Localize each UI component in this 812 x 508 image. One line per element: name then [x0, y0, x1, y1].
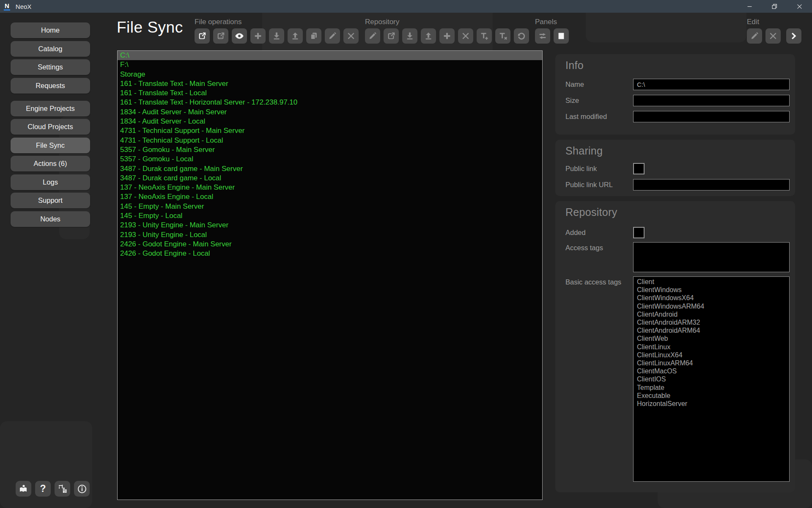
basic-access-tag[interactable]: ClientLinuxARM64	[637, 359, 786, 367]
toolbar-button-plus[interactable]	[439, 28, 455, 44]
file-list[interactable]: C:\F:\Storage161 - Translate Text - Main…	[117, 50, 543, 500]
app-logo-letter: N	[5, 2, 9, 9]
minimize-button[interactable]	[737, 0, 762, 13]
file-list-item[interactable]: 1834 - Audit Server - Main Server	[118, 108, 542, 117]
chevron-right-icon	[789, 31, 798, 41]
toolbar-button-open-external[interactable]	[195, 28, 210, 44]
sidebar-item-nodes[interactable]: Nodes	[11, 211, 90, 227]
toolbar-button-swap[interactable]	[535, 28, 550, 44]
toolbar-button-undo[interactable]	[514, 28, 529, 44]
toolbar-button-open-external-alt[interactable]	[213, 28, 228, 44]
file-list-item[interactable]: 4731 - Technical Support - Main Server	[118, 126, 542, 135]
sidebar-item-label: Home	[41, 26, 60, 34]
sidebar-item-engine-projects[interactable]: Engine Projects	[11, 101, 90, 116]
file-list-item[interactable]: 2426 - Godot Engine - Local	[118, 249, 542, 258]
minimize-icon	[746, 3, 753, 10]
file-list-item[interactable]: 161 - Translate Text - Main Server	[118, 79, 542, 88]
basic-access-tag[interactable]: ClientWeb	[637, 334, 786, 342]
toolbar-button-upload[interactable]	[288, 28, 303, 44]
toolbar-button-download[interactable]	[402, 28, 417, 44]
basic-access-tag[interactable]: ClientWindows	[637, 286, 786, 294]
basic-access-tag[interactable]: Client	[637, 278, 786, 286]
help-button[interactable]: ?	[35, 481, 51, 497]
file-list-item[interactable]: 1834 - Audit Server - Local	[118, 117, 542, 126]
file-list-item[interactable]: 137 - NeoAxis Engine - Main Server	[118, 183, 542, 192]
repository-panel: Repository Added Access tags Basic acces…	[555, 201, 795, 492]
basic-access-tag[interactable]: ClientAndroid	[637, 310, 786, 318]
basic-access-tag[interactable]: Executable	[637, 392, 786, 400]
toolbar-button-tag-remove[interactable]	[495, 28, 510, 44]
about-button[interactable]	[74, 481, 90, 497]
sidebar-item-support[interactable]: Support	[11, 193, 90, 208]
sidebar-item-settings[interactable]: Settings	[11, 59, 90, 75]
sidebar-item-catalog[interactable]: Catalog	[11, 41, 90, 57]
toolbar-button-tag-add[interactable]	[477, 28, 492, 44]
toolbar-button-copy[interactable]	[306, 28, 321, 44]
file-list-item[interactable]: 3487 - Durak card game - Local	[118, 174, 542, 183]
basic-access-tags-list[interactable]: ClientClientWindowsClientWindowsX64Clien…	[633, 276, 790, 482]
file-list-item[interactable]: 5357 - Gomoku - Main Server	[118, 145, 542, 155]
sidebar-item-label: Support	[38, 196, 63, 204]
file-list-item[interactable]: 137 - NeoAxis Engine - Local	[118, 192, 542, 202]
plus-icon	[442, 31, 452, 41]
pencil-icon	[368, 31, 377, 41]
restore-button[interactable]	[762, 0, 787, 13]
file-list-item[interactable]: 145 - Empty - Main Server	[118, 202, 542, 211]
file-list-item[interactable]: 2193 - Unity Engine - Main Server	[118, 221, 542, 230]
toolbar-button-eye[interactable]	[232, 28, 247, 44]
file-list-item[interactable]: 161 - Translate Text - Horizontal Server…	[118, 98, 542, 107]
toolbar-button-pencil[interactable]	[365, 28, 380, 44]
basic-access-tag[interactable]: ClientIOS	[637, 375, 786, 383]
file-list-item[interactable]: 4731 - Technical Support - Local	[118, 136, 542, 145]
file-list-item[interactable]: 5357 - Gomoku - Local	[118, 155, 542, 164]
access-tags-input[interactable]	[633, 242, 790, 272]
basic-access-tag[interactable]: ClientLinuxX64	[637, 351, 786, 359]
basic-access-tag[interactable]: ClientWindowsARM64	[637, 302, 786, 310]
basic-access-tag[interactable]: ClientWindowsX64	[637, 294, 786, 302]
toolbar-button-open-external[interactable]	[384, 28, 399, 44]
sidebar-item-actions-6[interactable]: Actions (6)	[11, 156, 90, 171]
sidebar-item-home[interactable]: Home	[11, 22, 90, 38]
toolbar-button-square-filled[interactable]	[554, 28, 569, 44]
basic-access-tag[interactable]: HorizontalServer	[637, 400, 786, 408]
basic-access-tag[interactable]: ClientAndroidARM32	[637, 318, 786, 326]
name-input[interactable]	[633, 79, 790, 90]
public-link-url-input[interactable]	[633, 179, 790, 190]
last-modified-input[interactable]	[633, 111, 790, 122]
basic-access-tag[interactable]: ClientAndroidARM64	[637, 326, 786, 334]
toolbar-button-cross[interactable]	[458, 28, 473, 44]
close-button[interactable]	[787, 0, 812, 13]
toolbar-button-cross[interactable]	[343, 28, 359, 44]
basic-access-tag[interactable]: ClientLinux	[637, 343, 786, 351]
file-list-item[interactable]: 2193 - Unity Engine - Local	[118, 230, 542, 240]
toolbar-button-pencil[interactable]	[325, 28, 340, 44]
construction-button[interactable]	[55, 481, 70, 497]
sidebar-item-logs[interactable]: Logs	[11, 174, 90, 190]
file-list-item[interactable]: F:\	[118, 60, 542, 69]
toolbar-button-plus[interactable]	[250, 28, 266, 44]
size-input[interactable]	[633, 95, 790, 106]
basic-access-tag[interactable]: ClientMacOS	[637, 367, 786, 375]
sidebar-item-file-sync[interactable]: File Sync	[11, 138, 90, 153]
file-list-item[interactable]: 3487 - Durak card game - Main Server	[118, 164, 542, 174]
file-list-item[interactable]: 161 - Translate Text - Local	[118, 88, 542, 98]
upload-icon	[291, 31, 300, 41]
basic-access-tag[interactable]: Template	[637, 384, 786, 392]
toolbar-button-upload[interactable]	[421, 28, 436, 44]
documentation-button[interactable]	[16, 481, 31, 497]
file-list-item[interactable]: Storage	[118, 70, 542, 79]
added-checkbox[interactable]	[633, 227, 645, 238]
file-list-item[interactable]: C:\	[118, 51, 542, 60]
pencil-icon	[750, 31, 759, 41]
toolbar-button-download[interactable]	[269, 28, 284, 44]
toolbar-button-cross[interactable]	[765, 28, 781, 44]
app-logo: N	[4, 2, 10, 11]
toolbar-button-pencil[interactable]	[747, 28, 762, 44]
file-list-item[interactable]: 145 - Empty - Local	[118, 211, 542, 221]
sidebar-item-cloud-projects[interactable]: Cloud Projects	[11, 119, 90, 135]
public-link-checkbox[interactable]	[633, 163, 645, 174]
sidebar-item-requests[interactable]: Requests	[11, 78, 90, 94]
sidebar-item-label: Nodes	[40, 215, 60, 223]
toolbar-button-chevron-right[interactable]	[786, 28, 801, 44]
file-list-item[interactable]: 2426 - Godot Engine - Main Server	[118, 240, 542, 249]
